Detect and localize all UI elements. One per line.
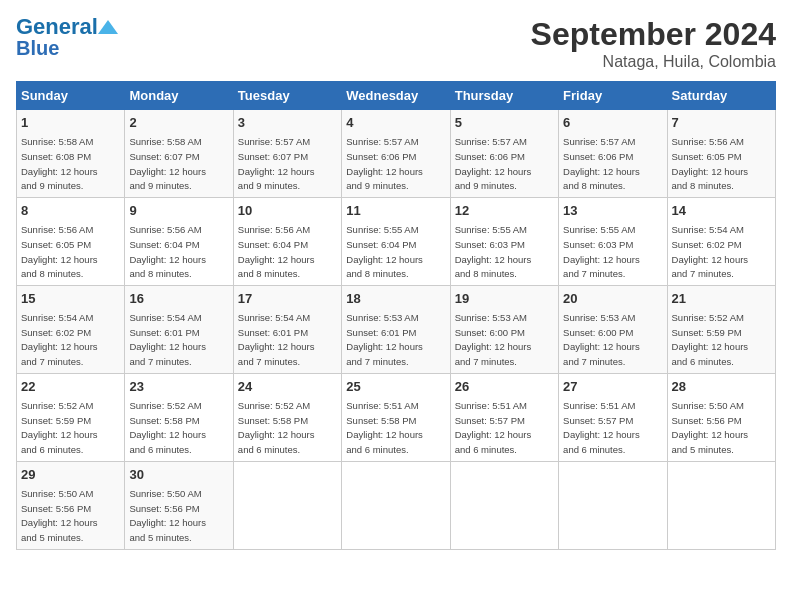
calendar-cell: 26Sunrise: 5:51 AM Sunset: 5:57 PM Dayli… xyxy=(450,373,558,461)
day-info: Sunrise: 5:54 AM Sunset: 6:01 PM Dayligh… xyxy=(129,312,206,367)
day-number: 13 xyxy=(563,202,662,220)
day-number: 18 xyxy=(346,290,445,308)
day-info: Sunrise: 5:51 AM Sunset: 5:57 PM Dayligh… xyxy=(563,400,640,455)
calendar-cell: 25Sunrise: 5:51 AM Sunset: 5:58 PM Dayli… xyxy=(342,373,450,461)
day-info: Sunrise: 5:50 AM Sunset: 5:56 PM Dayligh… xyxy=(21,488,98,543)
header-row: SundayMondayTuesdayWednesdayThursdayFrid… xyxy=(17,82,776,110)
calendar-cell: 21Sunrise: 5:52 AM Sunset: 5:59 PM Dayli… xyxy=(667,285,775,373)
calendar-cell: 28Sunrise: 5:50 AM Sunset: 5:56 PM Dayli… xyxy=(667,373,775,461)
calendar-cell: 10Sunrise: 5:56 AM Sunset: 6:04 PM Dayli… xyxy=(233,197,341,285)
calendar-cell xyxy=(559,461,667,549)
col-header-thursday: Thursday xyxy=(450,82,558,110)
day-number: 9 xyxy=(129,202,228,220)
week-row-3: 15Sunrise: 5:54 AM Sunset: 6:02 PM Dayli… xyxy=(17,285,776,373)
day-info: Sunrise: 5:52 AM Sunset: 5:59 PM Dayligh… xyxy=(21,400,98,455)
week-row-5: 29Sunrise: 5:50 AM Sunset: 5:56 PM Dayli… xyxy=(17,461,776,549)
day-info: Sunrise: 5:55 AM Sunset: 6:04 PM Dayligh… xyxy=(346,224,423,279)
calendar-cell: 29Sunrise: 5:50 AM Sunset: 5:56 PM Dayli… xyxy=(17,461,125,549)
day-number: 16 xyxy=(129,290,228,308)
day-number: 27 xyxy=(563,378,662,396)
day-number: 30 xyxy=(129,466,228,484)
logo-text-general: General xyxy=(16,16,98,38)
day-info: Sunrise: 5:55 AM Sunset: 6:03 PM Dayligh… xyxy=(563,224,640,279)
day-number: 6 xyxy=(563,114,662,132)
calendar-subtitle: Nataga, Huila, Colombia xyxy=(531,53,776,71)
day-info: Sunrise: 5:50 AM Sunset: 5:56 PM Dayligh… xyxy=(672,400,749,455)
calendar-cell: 13Sunrise: 5:55 AM Sunset: 6:03 PM Dayli… xyxy=(559,197,667,285)
day-info: Sunrise: 5:56 AM Sunset: 6:05 PM Dayligh… xyxy=(21,224,98,279)
calendar-cell: 8Sunrise: 5:56 AM Sunset: 6:05 PM Daylig… xyxy=(17,197,125,285)
calendar-cell: 4Sunrise: 5:57 AM Sunset: 6:06 PM Daylig… xyxy=(342,110,450,198)
day-number: 5 xyxy=(455,114,554,132)
day-info: Sunrise: 5:56 AM Sunset: 6:05 PM Dayligh… xyxy=(672,136,749,191)
day-number: 23 xyxy=(129,378,228,396)
day-info: Sunrise: 5:56 AM Sunset: 6:04 PM Dayligh… xyxy=(238,224,315,279)
day-number: 4 xyxy=(346,114,445,132)
calendar-cell: 14Sunrise: 5:54 AM Sunset: 6:02 PM Dayli… xyxy=(667,197,775,285)
day-number: 22 xyxy=(21,378,120,396)
day-number: 12 xyxy=(455,202,554,220)
day-info: Sunrise: 5:58 AM Sunset: 6:08 PM Dayligh… xyxy=(21,136,98,191)
day-number: 29 xyxy=(21,466,120,484)
calendar-cell xyxy=(450,461,558,549)
day-info: Sunrise: 5:55 AM Sunset: 6:03 PM Dayligh… xyxy=(455,224,532,279)
day-info: Sunrise: 5:52 AM Sunset: 5:58 PM Dayligh… xyxy=(129,400,206,455)
calendar-cell: 20Sunrise: 5:53 AM Sunset: 6:00 PM Dayli… xyxy=(559,285,667,373)
logo-icon xyxy=(98,16,120,38)
calendar-cell: 1Sunrise: 5:58 AM Sunset: 6:08 PM Daylig… xyxy=(17,110,125,198)
calendar-cell: 22Sunrise: 5:52 AM Sunset: 5:59 PM Dayli… xyxy=(17,373,125,461)
col-header-sunday: Sunday xyxy=(17,82,125,110)
day-info: Sunrise: 5:57 AM Sunset: 6:07 PM Dayligh… xyxy=(238,136,315,191)
calendar-cell: 3Sunrise: 5:57 AM Sunset: 6:07 PM Daylig… xyxy=(233,110,341,198)
day-number: 20 xyxy=(563,290,662,308)
page-header: General Blue September 2024 Nataga, Huil… xyxy=(16,16,776,71)
day-info: Sunrise: 5:53 AM Sunset: 6:01 PM Dayligh… xyxy=(346,312,423,367)
day-info: Sunrise: 5:57 AM Sunset: 6:06 PM Dayligh… xyxy=(346,136,423,191)
col-header-tuesday: Tuesday xyxy=(233,82,341,110)
col-header-wednesday: Wednesday xyxy=(342,82,450,110)
day-number: 8 xyxy=(21,202,120,220)
calendar-cell xyxy=(342,461,450,549)
day-number: 14 xyxy=(672,202,771,220)
calendar-cell: 12Sunrise: 5:55 AM Sunset: 6:03 PM Dayli… xyxy=(450,197,558,285)
calendar-cell: 9Sunrise: 5:56 AM Sunset: 6:04 PM Daylig… xyxy=(125,197,233,285)
calendar-cell xyxy=(667,461,775,549)
day-number: 25 xyxy=(346,378,445,396)
calendar-cell: 2Sunrise: 5:58 AM Sunset: 6:07 PM Daylig… xyxy=(125,110,233,198)
day-number: 21 xyxy=(672,290,771,308)
calendar-cell: 17Sunrise: 5:54 AM Sunset: 6:01 PM Dayli… xyxy=(233,285,341,373)
day-info: Sunrise: 5:53 AM Sunset: 6:00 PM Dayligh… xyxy=(455,312,532,367)
col-header-friday: Friday xyxy=(559,82,667,110)
calendar-title: September 2024 xyxy=(531,16,776,53)
calendar-cell: 30Sunrise: 5:50 AM Sunset: 5:56 PM Dayli… xyxy=(125,461,233,549)
day-info: Sunrise: 5:52 AM Sunset: 5:59 PM Dayligh… xyxy=(672,312,749,367)
day-info: Sunrise: 5:51 AM Sunset: 5:58 PM Dayligh… xyxy=(346,400,423,455)
week-row-1: 1Sunrise: 5:58 AM Sunset: 6:08 PM Daylig… xyxy=(17,110,776,198)
calendar-table: SundayMondayTuesdayWednesdayThursdayFrid… xyxy=(16,81,776,550)
day-info: Sunrise: 5:52 AM Sunset: 5:58 PM Dayligh… xyxy=(238,400,315,455)
day-number: 19 xyxy=(455,290,554,308)
logo-text-blue: Blue xyxy=(16,38,59,58)
day-number: 3 xyxy=(238,114,337,132)
day-number: 1 xyxy=(21,114,120,132)
title-block: September 2024 Nataga, Huila, Colombia xyxy=(531,16,776,71)
calendar-cell: 27Sunrise: 5:51 AM Sunset: 5:57 PM Dayli… xyxy=(559,373,667,461)
day-number: 2 xyxy=(129,114,228,132)
day-info: Sunrise: 5:58 AM Sunset: 6:07 PM Dayligh… xyxy=(129,136,206,191)
calendar-cell: 23Sunrise: 5:52 AM Sunset: 5:58 PM Dayli… xyxy=(125,373,233,461)
day-number: 7 xyxy=(672,114,771,132)
svg-marker-0 xyxy=(98,20,118,34)
calendar-cell: 5Sunrise: 5:57 AM Sunset: 6:06 PM Daylig… xyxy=(450,110,558,198)
col-header-saturday: Saturday xyxy=(667,82,775,110)
calendar-cell: 24Sunrise: 5:52 AM Sunset: 5:58 PM Dayli… xyxy=(233,373,341,461)
calendar-cell: 19Sunrise: 5:53 AM Sunset: 6:00 PM Dayli… xyxy=(450,285,558,373)
calendar-cell: 11Sunrise: 5:55 AM Sunset: 6:04 PM Dayli… xyxy=(342,197,450,285)
calendar-cell: 16Sunrise: 5:54 AM Sunset: 6:01 PM Dayli… xyxy=(125,285,233,373)
day-number: 17 xyxy=(238,290,337,308)
day-info: Sunrise: 5:51 AM Sunset: 5:57 PM Dayligh… xyxy=(455,400,532,455)
day-number: 26 xyxy=(455,378,554,396)
day-info: Sunrise: 5:54 AM Sunset: 6:02 PM Dayligh… xyxy=(21,312,98,367)
day-info: Sunrise: 5:53 AM Sunset: 6:00 PM Dayligh… xyxy=(563,312,640,367)
week-row-4: 22Sunrise: 5:52 AM Sunset: 5:59 PM Dayli… xyxy=(17,373,776,461)
day-number: 28 xyxy=(672,378,771,396)
